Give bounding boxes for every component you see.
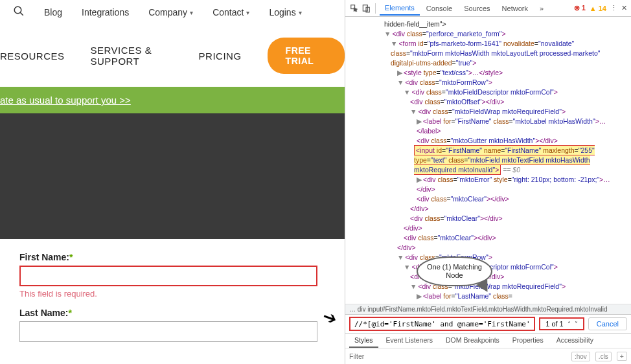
- device-icon[interactable]: [361, 3, 371, 14]
- last-name-label: Last Name:*: [19, 308, 325, 318]
- first-name-label: First Name:*: [19, 252, 325, 262]
- dom-node[interactable]: ▼<div class="mktoFormRow">: [349, 78, 627, 87]
- tab-more[interactable]: »: [534, 2, 549, 15]
- first-name-error: This field is required.: [19, 289, 325, 299]
- first-name-row: First Name:* This field is required.: [19, 252, 325, 299]
- dom-node[interactable]: <div class="mktoClear"></div>: [349, 194, 627, 204]
- dom-search-row: 1 of 1 ˄ ˅ Cancel: [345, 314, 631, 334]
- subtab-dom-breakpoints[interactable]: DOM Breakpoints: [441, 334, 505, 348]
- add-style-icon[interactable]: +: [617, 352, 627, 361]
- nav-pricing[interactable]: PRICING: [199, 51, 242, 62]
- svg-line-1: [20, 12, 23, 16]
- dom-node[interactable]: <div class="mktoGutter mktoHasWidth"></d…: [349, 136, 627, 146]
- dom-node[interactable]: ▼<div class="mktoFormRow">: [349, 253, 627, 262]
- nav-integrations[interactable]: Integrations: [82, 7, 129, 17]
- svg-rect-3: [363, 5, 367, 10]
- hero-dark: [0, 113, 345, 239]
- dom-node[interactable]: hidden-field__item">: [349, 19, 627, 29]
- nav-contact[interactable]: Contact▾: [212, 7, 249, 17]
- required-mark: *: [68, 308, 71, 318]
- nav-resources[interactable]: RESOURCES: [0, 51, 65, 62]
- hov-toggle[interactable]: :hov: [571, 352, 590, 361]
- required-mark: *: [69, 252, 73, 262]
- search-result-count: 1 of 1 ˄ ˅: [539, 317, 584, 330]
- styles-subtabs: Styles Event Listeners DOM Breakpoints P…: [345, 334, 631, 348]
- devtools-tabs: Elements Console Sources Network » ⊗ 1 ▲…: [345, 0, 631, 17]
- next-match-button[interactable]: ˅: [575, 321, 578, 328]
- top-nav: Blog Integrations Company▾ Contact▾ Logi…: [0, 0, 345, 25]
- free-trial-button[interactable]: FREE TRIAL: [268, 38, 345, 74]
- breadcrumb-path[interactable]: … div input#FirstName.mktoField.mktoText…: [345, 304, 631, 314]
- subtab-properties[interactable]: Properties: [507, 334, 549, 348]
- cls-toggle[interactable]: .cls: [595, 352, 612, 361]
- dom-node[interactable]: <div class="mktoOffset"></div>: [349, 97, 627, 107]
- tab-sources[interactable]: Sources: [459, 2, 495, 15]
- search-icon[interactable]: [13, 5, 25, 19]
- subtab-styles[interactable]: Styles: [349, 334, 378, 348]
- announcement-bar[interactable]: ate as usual to support you >>: [0, 87, 345, 113]
- last-name-input[interactable]: [19, 321, 317, 342]
- chevron-down-icon: ▾: [299, 9, 302, 16]
- subtab-event-listeners[interactable]: Event Listeners: [381, 334, 438, 348]
- dom-node[interactable]: </div>: [349, 204, 627, 214]
- error-count-icon[interactable]: ⊗ 1: [574, 4, 586, 12]
- tab-console[interactable]: Console: [421, 2, 457, 15]
- nav-blog[interactable]: Blog: [44, 7, 62, 17]
- nav-company[interactable]: Company▾: [148, 7, 193, 17]
- devtools-panel: Elements Console Sources Network » ⊗ 1 ▲…: [345, 0, 631, 364]
- styles-filter-row: :hov .cls +: [345, 348, 631, 364]
- nav-logins[interactable]: Logins▾: [269, 7, 301, 17]
- last-name-row: Last Name:*: [19, 308, 325, 342]
- dom-node[interactable]: ▼<div class="mktoFieldDescriptor mktoFor…: [349, 87, 627, 97]
- dom-search-input[interactable]: [349, 317, 535, 331]
- tab-elements[interactable]: Elements: [380, 1, 420, 16]
- dom-node[interactable]: ▶<div class="mktoError" style="right: 21…: [349, 175, 627, 194]
- dom-selected-node[interactable]: <input id="FirstName" name="FirstName" m…: [349, 146, 627, 175]
- first-name-input[interactable]: [19, 266, 317, 286]
- close-icon[interactable]: ✕: [621, 4, 627, 12]
- kebab-icon[interactable]: ⋮: [610, 4, 617, 12]
- cancel-button[interactable]: Cancel: [588, 317, 627, 330]
- warning-count-icon[interactable]: ▲ 14: [590, 5, 606, 12]
- dom-node[interactable]: ▼<form id="pfs-marketo-form-1641" novali…: [349, 39, 627, 68]
- styles-filter-input[interactable]: [349, 350, 566, 362]
- dom-tree[interactable]: hidden-field__item"> ▼<div class="perfor…: [345, 17, 631, 304]
- dom-node[interactable]: ▶<label for="LastName" class=: [349, 291, 627, 301]
- subtab-accessibility[interactable]: Accessibility: [551, 334, 599, 348]
- form-area: First Name:* This field is required. Las…: [0, 239, 345, 364]
- chevron-down-icon: ▾: [190, 9, 193, 16]
- svg-point-0: [14, 6, 21, 14]
- dom-node[interactable]: <div class="mktoClear"></div>: [349, 233, 627, 243]
- nav-services[interactable]: SERVICES & SUPPORT: [91, 45, 173, 67]
- inspect-icon[interactable]: [349, 3, 360, 14]
- chevron-down-icon: ▾: [246, 9, 249, 16]
- dom-node[interactable]: ▼<div class="perforce_marketo_form">: [349, 29, 627, 39]
- prev-match-button[interactable]: ˄: [568, 321, 571, 328]
- dom-node[interactable]: </div>: [349, 223, 627, 233]
- dom-node[interactable]: </div>: [349, 243, 627, 253]
- dom-node[interactable]: ▶<label for="FirstName" class="mktoLabel…: [349, 117, 627, 136]
- dom-node[interactable]: <div class="mktoClear"></div>: [349, 214, 627, 223]
- dom-node[interactable]: ▶<style type="text/css">…</style>: [349, 68, 627, 78]
- tab-network[interactable]: Network: [497, 2, 533, 15]
- main-nav: RESOURCES SERVICES & SUPPORT PRICING FRE…: [0, 25, 345, 87]
- dom-node[interactable]: ▼<div class="mktoFieldWrap mktoRequiredF…: [349, 107, 627, 117]
